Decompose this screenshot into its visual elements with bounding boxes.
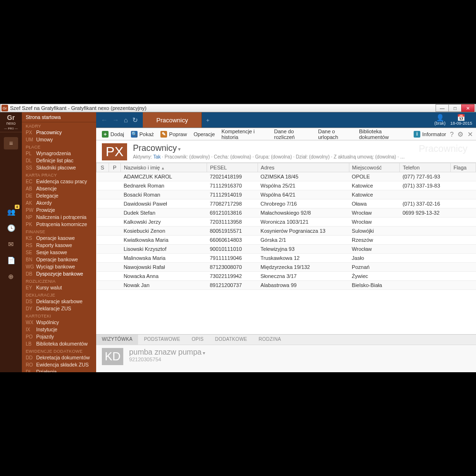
- col-addr[interactable]: Adres: [258, 163, 349, 172]
- col-p[interactable]: P: [109, 163, 121, 172]
- sidebar-item[interactable]: ECEwidencja czasu pracy: [22, 178, 96, 185]
- table-row[interactable]: Dawidowski Paweł77082717298Chrobrego 7/1…: [97, 199, 476, 208]
- detail-tab[interactable]: OPIS: [186, 335, 209, 345]
- detail-name[interactable]: pumba znazw pumpa: [129, 348, 205, 357]
- sidebar-item[interactable]: SSSkładniki płacowe: [22, 164, 96, 171]
- filter-crumbs[interactable]: Aktywny: Tak · Pracownik: (dowolny) · Ce…: [133, 154, 405, 159]
- nav-refresh-icon[interactable]: ↻: [132, 116, 138, 124]
- rail-mail-icon[interactable]: ✉: [4, 238, 18, 250]
- data-grid[interactable]: S P Nazwisko i imię PESEL Adres Miejscow…: [96, 162, 476, 334]
- sidebar-item[interactable]: PXPracownicy: [22, 129, 96, 136]
- sidebar-item[interactable]: LBBiblioteka dokumentów: [22, 340, 96, 347]
- minimize-button[interactable]: —: [436, 104, 449, 112]
- sidebar-item[interactable]: POPojazdy: [22, 333, 96, 340]
- tab-pracownicy[interactable]: Pracownicy: [143, 112, 201, 128]
- sidebar-item[interactable]: DSDeklaracje skarbowe: [22, 298, 96, 305]
- sidebar-item[interactable]: IXInstytucje: [22, 326, 96, 333]
- detail-tab[interactable]: DODATKOWE: [209, 335, 253, 345]
- sidebar-item[interactable]: DDDekretacja dokumentów: [22, 354, 96, 361]
- col-s[interactable]: S: [97, 163, 109, 172]
- comp-button[interactable]: Kompetencje i historia: [218, 128, 270, 141]
- sidebar-item[interactable]: DLDefinicje list płac: [22, 157, 96, 164]
- sidebar-section: ROZLICZENIA: [22, 278, 96, 284]
- sidebar-section: PŁACE: [22, 143, 96, 150]
- nav-fwd-icon[interactable]: →: [112, 116, 119, 124]
- show-button[interactable]: 🔍Pokaż: [128, 130, 157, 139]
- table-row[interactable]: Bosacki Roman71112914019Wspólna 64/21Kat…: [97, 190, 476, 199]
- sidebar-item[interactable]: DYDeklaracje ZUS: [22, 305, 96, 312]
- sidebar-item[interactable]: AKAkordy: [22, 199, 96, 207]
- sidebar-item[interactable]: WXWspólnicy: [22, 319, 96, 326]
- help-icon[interactable]: ?: [450, 130, 454, 138]
- sidebar-section: DEKLARACJE: [22, 291, 96, 298]
- sidebar-item[interactable]: PWProwizje: [22, 207, 96, 214]
- titlebar: Gr Szef Szef na Gratyfikant - Gratyfikan…: [0, 104, 476, 112]
- table-row[interactable]: Nowacka Anna73022119942Słoneczna 3/17Żyw…: [97, 272, 476, 281]
- sidebar-home[interactable]: Strona startowa: [22, 112, 96, 122]
- detail-tab[interactable]: WIZYTÓWKA: [96, 335, 138, 345]
- table-row[interactable]: Bednarek Roman71112916370Wspólna 25/21Ka…: [97, 181, 476, 190]
- table-row[interactable]: Nowak Jan89121200737Alabastrowa 99Bielsk…: [97, 281, 476, 290]
- toolbar: ＋Dodaj 🔍Pokaż ✎Popraw Operacje Kompetenc…: [96, 128, 476, 140]
- gear-icon[interactable]: ⚙: [457, 130, 464, 138]
- calc-button[interactable]: Dane do rozliczeń: [271, 128, 315, 141]
- sidebar-item[interactable]: UMUmowy: [22, 136, 96, 143]
- table-row[interactable]: Kalkowski Jerzy72031113958Woronicza 1003…: [97, 218, 476, 227]
- detail-tabs: WIZYTÓWKAPODSTAWOWEOPISDODATKOWERODZINA: [96, 334, 476, 345]
- sidebar-item[interactable]: SESesje kasowe: [22, 249, 96, 256]
- section-badge: PX: [102, 143, 127, 160]
- col-tel[interactable]: Telefon: [400, 163, 451, 172]
- sidebar-item[interactable]: ABAbsencje: [22, 185, 96, 192]
- close-button[interactable]: ✕: [461, 104, 475, 112]
- sidebar-item[interactable]: WGWyciągi bankowe: [22, 263, 96, 270]
- nav-back-icon[interactable]: ←: [101, 116, 108, 124]
- add-button[interactable]: ＋Dodaj: [99, 130, 127, 139]
- sidebar-item[interactable]: DEDelegacje: [22, 192, 96, 199]
- sidebar-item[interactable]: BNOperacje bankowe: [22, 256, 96, 263]
- nav-rail: Grnexo— PRO — ≡ 👥4 🕓 ✉ 📄 ⊕: [0, 112, 22, 372]
- detail-tab[interactable]: RODZINA: [253, 335, 287, 345]
- ops-button[interactable]: Operacje: [191, 130, 218, 138]
- sidebar-item[interactable]: RSRaporty kasowe: [22, 242, 96, 249]
- info-button[interactable]: iInformator: [411, 130, 449, 139]
- close-panel-icon[interactable]: ✕: [467, 130, 473, 138]
- col-name[interactable]: Nazwisko i imię: [121, 163, 207, 172]
- sidebar-item[interactable]: DIDziałania: [22, 368, 96, 372]
- sidebar-item[interactable]: NPNaliczenia i potrącenia: [22, 214, 96, 221]
- rail-menu-icon[interactable]: ≡: [4, 137, 18, 149]
- detail-tab[interactable]: PODSTAWOWE: [138, 335, 186, 345]
- table-row[interactable]: Nawojowski Rafał87123008070Międzyrzecka …: [97, 263, 476, 272]
- detail-panel: KD pumba znazw pumpa 92120305754: [96, 345, 476, 372]
- table-row[interactable]: Kwiatkowska Maria66060614803Górska 2/1Rz…: [97, 236, 476, 245]
- table-row[interactable]: ADAMCZUK KAROL72021418199OZIMSKA 18/45OP…: [97, 172, 476, 181]
- sidebar-item[interactable]: PLWynagrodzenia: [22, 150, 96, 157]
- nav-home-icon[interactable]: ⌂: [124, 116, 128, 124]
- table-row[interactable]: Dudek Stefan69121013816Małachowskiego 92…: [97, 208, 476, 218]
- sidebar-section: FINANSE: [22, 228, 96, 235]
- sidebar-item[interactable]: PKPotrącenia komornicze: [22, 221, 96, 228]
- sidebar-item[interactable]: ROEwidencja składek ZUS: [22, 361, 96, 368]
- tab-add-icon[interactable]: ＋: [202, 112, 214, 128]
- sidebar-item[interactable]: KSOperacje kasowe: [22, 235, 96, 242]
- table-row[interactable]: Malinowska Maria79111119046Truskawkowa 1…: [97, 254, 476, 263]
- badge: 4: [15, 205, 20, 209]
- table-row[interactable]: Kosiebucki Zenon80051915571Kosynierów Po…: [97, 227, 476, 236]
- rail-clock-icon[interactable]: 🕓: [4, 222, 18, 234]
- maximize-button[interactable]: □: [448, 104, 462, 112]
- rail-cert-icon[interactable]: 📄: [4, 254, 18, 267]
- page-title[interactable]: Pracownicy: [133, 143, 405, 153]
- sidebar-item[interactable]: EYKursy walut: [22, 284, 96, 291]
- vac-button[interactable]: Dane o urlopach: [315, 128, 355, 141]
- app-icon: Gr: [1, 105, 8, 111]
- col-pesel[interactable]: PESEL: [207, 163, 258, 172]
- table-row[interactable]: Lisowski Krzysztof90010111010Telewizyjna…: [97, 245, 476, 254]
- date-button[interactable]: 📅18-09-2015: [450, 114, 472, 126]
- rail-users-icon[interactable]: 👥4: [4, 206, 18, 218]
- col-flag[interactable]: Flaga: [450, 163, 476, 172]
- rail-add-icon[interactable]: ⊕: [4, 270, 18, 283]
- user-button[interactable]: 👤(brak): [434, 114, 446, 126]
- lib-button[interactable]: Biblioteka dokumentów: [356, 128, 410, 141]
- col-city[interactable]: Miejscowość: [349, 163, 400, 172]
- sidebar-item[interactable]: DBDyspozycje bankowe: [22, 270, 96, 278]
- edit-button[interactable]: ✎Popraw: [158, 130, 189, 139]
